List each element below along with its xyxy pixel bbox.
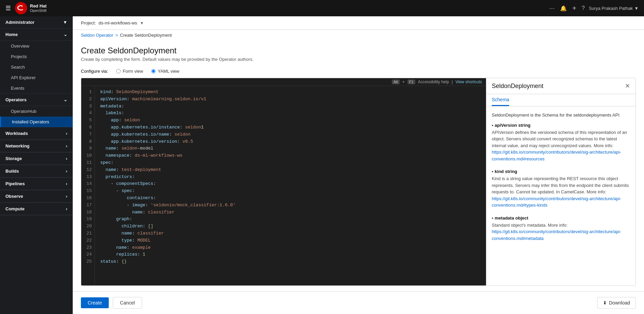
schema-close-button[interactable]: ✕ <box>625 82 630 90</box>
sidebar-item-operatorhub[interactable]: OperatorHub <box>0 106 73 117</box>
code-lines[interactable]: kind: SeldonDeploymentapiVersion: machin… <box>95 86 486 285</box>
sidebar-pipelines-chevron: › <box>66 181 67 186</box>
sidebar-observe-label: Observe <box>5 194 23 199</box>
sidebar-home-chevron: ⌄ <box>64 32 67 37</box>
sidebar-observe-chevron: › <box>66 194 67 199</box>
sidebar-networking-label: Networking <box>5 143 30 149</box>
sidebar-role-chevron: ▼ <box>63 20 67 25</box>
sidebar-item-installed-operators[interactable]: Installed Operators <box>0 117 73 127</box>
sidebar-workloads-chevron: › <box>66 131 67 136</box>
grid-icon[interactable]: ⋯ <box>549 5 555 12</box>
sidebar-pipelines-header[interactable]: Pipelines › <box>0 178 73 190</box>
sidebar-item-overview[interactable]: Overview <box>0 41 73 51</box>
sidebar-section-home: Home ⌄ Overview Projects Search API Expl… <box>0 29 73 94</box>
sidebar-compute-chevron: › <box>66 206 67 211</box>
sidebar-section-storage: Storage › <box>0 153 73 165</box>
sidebar-section-operators: Operators ⌄ OperatorHub Installed Operat… <box>0 94 73 127</box>
breadcrumb: Seldon Operator > Create SeldonDeploymen… <box>73 30 644 40</box>
sidebar-section-builds: Builds › <box>0 165 73 178</box>
hamburger-menu[interactable]: ☰ <box>5 4 11 12</box>
editor-container: Alt + F1 Accessibility help | View short… <box>81 78 636 286</box>
configure-via-label: Configure via: <box>81 69 108 74</box>
sidebar-section-observe: Observe › <box>0 190 73 203</box>
plus-text: + <box>402 80 405 84</box>
download-button[interactable]: ⬇ Download <box>597 297 636 309</box>
top-nav-icons: ⋯ 🔔 + ? <box>549 4 585 12</box>
yaml-view-radio[interactable] <box>151 69 156 73</box>
schema-field-apiversion: apiVersion string APIVersion defines the… <box>492 123 630 162</box>
sidebar-section-workloads: Workloads › <box>0 127 73 140</box>
sidebar-item-projects[interactable]: Projects <box>0 51 73 62</box>
user-menu[interactable]: Surya Prakash Pathak ▼ <box>589 6 639 11</box>
download-label: Download <box>609 300 630 306</box>
schema-field-kind-desc: Kind is a string value representing the … <box>492 175 630 209</box>
schema-apiversion-link[interactable]: https://git.k8s.io/community/contributor… <box>492 150 621 161</box>
code-content[interactable]: 1234567891011121314151617181920212223242… <box>81 86 486 285</box>
form-view-option[interactable]: Form view <box>116 69 143 74</box>
top-nav: ☰ Red Hat OpenShift ⋯ 🔔 + ? Surya Prakas… <box>0 0 644 16</box>
schema-field-metadata-name: metadata object <box>492 215 630 221</box>
sidebar-compute-label: Compute <box>5 206 24 211</box>
content-area: Project: ds-ml-workflows-ws ▼ Seldon Ope… <box>73 16 644 314</box>
page-header: Create SeldonDeployment Create by comple… <box>73 40 644 65</box>
schema-content: SeldonDeployment is the Schema for the s… <box>486 106 636 285</box>
schema-field-apiversion-name: apiVersion string <box>492 123 630 128</box>
sidebar-observe-header[interactable]: Observe › <box>0 190 73 203</box>
schema-kind-link[interactable]: https://git.k8s.io/community/contributor… <box>492 196 621 208</box>
sidebar-item-search[interactable]: Search <box>0 62 73 72</box>
schema-description: SeldonDeployment is the Schema for the s… <box>492 112 630 119</box>
project-dropdown-icon[interactable]: ▼ <box>140 21 144 25</box>
f1-key-badge: F1 <box>407 80 415 84</box>
yaml-view-label: YAML view <box>158 69 179 74</box>
schema-field-metadata-desc: Standard object's metadata. More info: h… <box>492 222 630 242</box>
sidebar-storage-chevron: › <box>66 156 67 161</box>
page-title: Create SeldonDeployment <box>81 46 636 55</box>
sidebar-operators-header[interactable]: Operators ⌄ <box>0 94 73 106</box>
svg-point-0 <box>15 2 27 14</box>
sidebar-networking-header[interactable]: Networking › <box>0 140 73 152</box>
sidebar-storage-header[interactable]: Storage › <box>0 153 73 165</box>
line-numbers: 1234567891011121314151617181920212223242… <box>81 86 95 285</box>
sidebar-builds-label: Builds <box>5 169 19 174</box>
question-icon[interactable]: ? <box>582 5 585 11</box>
yaml-view-option[interactable]: YAML view <box>151 69 179 74</box>
plus-icon[interactable]: + <box>572 4 576 12</box>
view-shortcuts-link[interactable]: View shortcuts <box>455 80 482 84</box>
schema-tab-schema[interactable]: Schema <box>492 94 509 106</box>
brand-line2: OpenShift <box>30 8 47 13</box>
username: Surya Prakash Pathak <box>589 6 633 11</box>
form-view-radio[interactable] <box>116 69 121 73</box>
brand-logo-area: Red Hat OpenShift <box>15 2 47 14</box>
sidebar-item-events[interactable]: Events <box>0 83 73 93</box>
schema-metadata-link[interactable]: https://git.k8s.io/community/contributor… <box>492 229 621 241</box>
sidebar-home-label: Home <box>5 32 18 37</box>
breadcrumb-separator: > <box>115 33 118 38</box>
project-bar: Project: ds-ml-workflows-ws ▼ <box>73 16 644 30</box>
sidebar-builds-chevron: › <box>66 169 67 174</box>
breadcrumb-current: Create SeldonDeployment <box>120 33 172 38</box>
sidebar-operators-chevron: ⌄ <box>64 97 67 102</box>
sidebar-compute-header[interactable]: Compute › <box>0 203 73 215</box>
code-panel: Alt + F1 Accessibility help | View short… <box>81 78 486 285</box>
bell-icon[interactable]: 🔔 <box>560 5 567 12</box>
breadcrumb-parent[interactable]: Seldon Operator <box>81 33 113 38</box>
project-label: Project: <box>81 20 96 25</box>
redhat-logo-icon <box>15 2 27 14</box>
sidebar-role-header[interactable]: Administrator ▼ <box>0 16 73 29</box>
sidebar-item-api-explorer[interactable]: API Explorer <box>0 72 73 83</box>
create-button[interactable]: Create <box>81 297 109 308</box>
sidebar-operators-label: Operators <box>5 97 27 102</box>
cancel-button[interactable]: Cancel <box>113 297 142 309</box>
configure-via: Configure via: Form view YAML view <box>73 65 644 78</box>
brand-text: Red Hat OpenShift <box>30 3 47 13</box>
sidebar-role-label: Administrator <box>5 20 34 25</box>
sidebar-networking-chevron: › <box>66 143 67 149</box>
sidebar-home-header[interactable]: Home ⌄ <box>0 29 73 41</box>
editor-toolbar: Alt + F1 Accessibility help | View short… <box>81 78 486 86</box>
sidebar-builds-header[interactable]: Builds › <box>0 165 73 177</box>
page-subtitle: Create by completing the form. Default v… <box>81 57 636 62</box>
alt-key-badge: Alt <box>392 80 400 84</box>
sidebar-workloads-header[interactable]: Workloads › <box>0 127 73 140</box>
sidebar-pipelines-label: Pipelines <box>5 181 25 186</box>
brand-line1: Red Hat <box>30 3 47 9</box>
